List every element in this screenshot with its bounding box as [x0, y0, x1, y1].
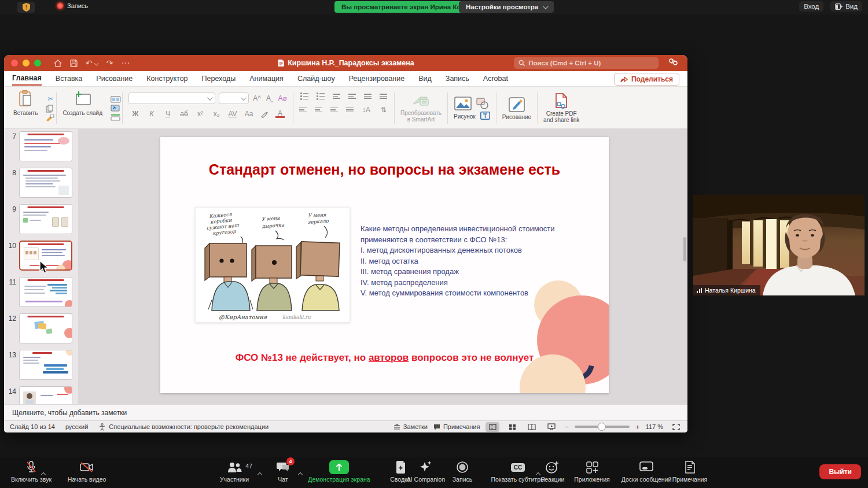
bullet-list-button[interactable] [300, 93, 308, 100]
start-video-button[interactable]: Начать видео [60, 460, 113, 483]
canvas-scrollbar[interactable] [683, 237, 686, 261]
reactions-button[interactable]: Реакции [534, 460, 572, 483]
apps-button[interactable]: Приложения [571, 460, 613, 483]
reading-view-button[interactable] [525, 422, 539, 432]
thumbnail-slide-14[interactable]: 14 [4, 386, 78, 404]
underline-button[interactable]: Ч [163, 110, 172, 118]
more-commands-icon[interactable]: ⋯ [121, 58, 130, 68]
tab-konstruktor[interactable]: Конструктор [146, 72, 187, 85]
format-painter-icon[interactable] [46, 114, 54, 121]
bold-button[interactable]: Ж [131, 110, 140, 118]
thumbnail-slide-8[interactable]: 8 [4, 168, 78, 198]
tab-perekhody[interactable]: Переходы [202, 72, 236, 85]
search-input[interactable] [528, 60, 654, 66]
security-shield-button[interactable] [17, 2, 35, 13]
align-center-button[interactable] [315, 108, 322, 113]
zoom-level[interactable]: 117 % [646, 423, 663, 430]
minimize-window-button[interactable] [23, 60, 30, 66]
tab-vid[interactable]: Вид [418, 72, 432, 85]
character-spacing-button[interactable]: AV [228, 110, 237, 118]
notes-toggle[interactable]: Заметки [393, 423, 428, 430]
annotations-button[interactable]: Примечания [664, 460, 715, 483]
thumbnail-slide-11[interactable]: 11 [4, 277, 78, 307]
chat-button[interactable]: 4 Чат [265, 460, 301, 483]
cut-icon[interactable]: ✂ [46, 95, 55, 103]
zoom-slider[interactable] [575, 426, 630, 428]
justify-button[interactable] [346, 108, 354, 113]
drawing-group[interactable]: Рисование [498, 89, 536, 127]
comments-toggle[interactable]: Примечания [433, 423, 480, 430]
tab-glavnaya[interactable]: Главная [12, 72, 42, 86]
recording-indicator[interactable]: Запись [57, 2, 88, 9]
thumbnail-slide-7[interactable]: 7 [4, 131, 78, 161]
unmute-button[interactable]: Включить звук [5, 460, 58, 483]
clear-formatting-button[interactable]: A⌀ [278, 94, 287, 102]
text-direction-button[interactable]: ↕A [362, 106, 371, 114]
accessibility-check[interactable]: Специальные возможности: проверьте реком… [98, 423, 269, 431]
thumbnail-slide-9[interactable]: 9 [4, 204, 78, 234]
normal-view-button[interactable] [486, 422, 499, 432]
font-name-select[interactable] [128, 93, 215, 104]
decrease-indent-button[interactable] [333, 94, 340, 99]
view-settings-button[interactable]: Настройки просмотра [459, 1, 554, 13]
numbered-list-button[interactable] [317, 93, 325, 100]
strikethrough-button[interactable]: аб [179, 110, 189, 118]
paste-group[interactable]: Вставить [9, 89, 42, 127]
font-color-button[interactable]: A [275, 110, 285, 118]
close-window-button[interactable] [11, 60, 18, 66]
view-mode-button[interactable]: Вид [830, 1, 862, 12]
login-button[interactable]: Вход [799, 1, 823, 12]
align-left-button[interactable] [299, 108, 307, 113]
participant-video[interactable]: Наталья Киршина [693, 195, 865, 295]
thumbnail-slide-12[interactable]: 12 [4, 313, 78, 343]
thumbnail-slide-13[interactable]: 13 [4, 350, 78, 380]
tab-acrobat[interactable]: Acrobat [483, 72, 508, 85]
slideshow-view-button[interactable] [545, 422, 558, 432]
zoom-in-button[interactable]: + [635, 423, 640, 431]
slide-layout-icon[interactable] [111, 96, 121, 103]
new-slide-group[interactable]: Создать слайд [58, 89, 107, 127]
sections-icon[interactable] [111, 113, 121, 121]
tab-zapis[interactable]: Запись [446, 72, 469, 85]
superscript-button[interactable]: x² [196, 110, 205, 118]
share-screen-button[interactable]: Демонстрация экрана [301, 460, 377, 483]
increase-indent-button[interactable] [348, 94, 356, 99]
reset-slide-icon[interactable] [111, 105, 120, 112]
smartart-group[interactable]: Преобразоватьв SmartArt [396, 89, 446, 127]
italic-button[interactable]: К [147, 110, 156, 118]
picture-group[interactable]: Рисунок [449, 89, 495, 127]
maximize-window-button[interactable] [34, 60, 41, 66]
zoom-slider-thumb[interactable] [598, 423, 606, 431]
home-icon[interactable] [54, 60, 62, 67]
notes-area[interactable]: Щелкните, чтобы добавить заметки [4, 404, 687, 420]
font-size-select[interactable] [219, 93, 249, 104]
change-case-button[interactable]: Aa [244, 110, 253, 118]
record-button[interactable]: Запись [446, 460, 479, 483]
highlight-pen-icon[interactable] [260, 110, 269, 118]
share-document-button[interactable]: Поделиться [614, 73, 679, 86]
tab-animaciya[interactable]: Анимация [249, 72, 284, 85]
align-right-button[interactable] [330, 108, 338, 113]
chevron-up-icon[interactable] [258, 472, 262, 477]
save-icon[interactable] [70, 60, 78, 67]
participants-button[interactable]: 47 Участники [209, 460, 259, 483]
tab-vstavka[interactable]: Вставка [56, 72, 82, 85]
slide-sorter-view-button[interactable] [505, 422, 519, 432]
fit-slide-button[interactable] [669, 422, 683, 432]
columns-button[interactable] [380, 94, 387, 99]
create-pdf-group[interactable]: Create PDFand share link [539, 89, 584, 127]
tab-recenzirovanie[interactable]: Рецензирование [349, 72, 405, 85]
copy-icon[interactable] [46, 105, 54, 113]
grow-font-button[interactable]: A^ [252, 94, 262, 102]
tab-slideshow[interactable]: Слайд-шоу [297, 72, 335, 85]
redo-icon[interactable]: ↷ [106, 58, 113, 68]
current-slide[interactable]: Стандарт отменен, но вопросы на экзамене… [160, 137, 609, 393]
subscript-button[interactable]: x₂ [212, 110, 221, 118]
leave-meeting-button[interactable]: Выйти [819, 464, 861, 479]
tab-risovanie[interactable]: Рисование [96, 72, 133, 85]
presence-button[interactable] [668, 58, 678, 68]
search-box[interactable] [514, 57, 659, 69]
zoom-out-button[interactable]: − [564, 423, 569, 431]
shrink-font-button[interactable]: Aˬ [265, 94, 274, 102]
chevron-up-icon[interactable] [41, 472, 46, 477]
